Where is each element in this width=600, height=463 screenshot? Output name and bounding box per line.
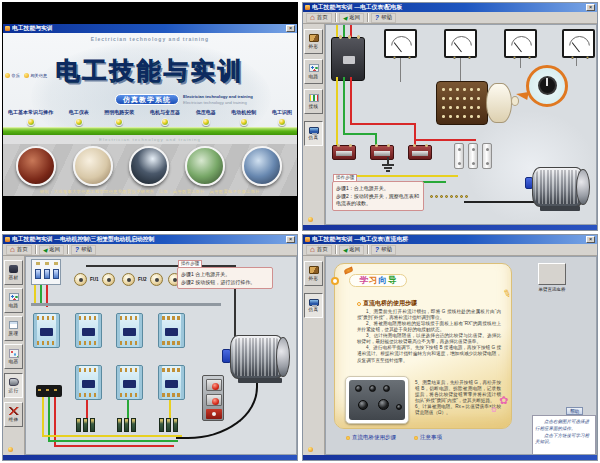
nameplate xyxy=(40,328,53,336)
close-icon[interactable]: × xyxy=(286,25,295,32)
fuse[interactable] xyxy=(150,273,163,286)
help-button[interactable]: ?帮助 xyxy=(371,245,396,255)
breaker-toggle[interactable] xyxy=(35,269,41,279)
sidebar-equipment[interactable]: 器材 xyxy=(4,260,23,285)
fuse-link[interactable] xyxy=(468,143,478,169)
screenshot-grid: 电工技能与实训 × Electrician technology and tra… xyxy=(0,0,600,463)
breaker-toggle[interactable] xyxy=(53,269,59,279)
wire xyxy=(40,285,42,305)
orb-icon[interactable] xyxy=(27,118,35,126)
breaker-toggle[interactable] xyxy=(44,269,50,279)
sidebar-appearance[interactable]: 外形 xyxy=(304,261,323,286)
magnifier-view[interactable] xyxy=(526,65,568,107)
wire xyxy=(86,400,88,418)
fuse[interactable] xyxy=(122,273,135,286)
link-usage-steps[interactable]: 直流电桥使用步骤 xyxy=(346,434,396,441)
sidebar-circuit[interactable]: 电路 xyxy=(4,288,23,313)
menu-item-motor-control[interactable]: 电动机控制 xyxy=(231,109,256,126)
music-icon[interactable] xyxy=(308,217,313,222)
close-icon[interactable]: × xyxy=(286,236,295,243)
sidebar-circuit[interactable]: 电路 xyxy=(304,59,323,84)
knob-icon xyxy=(378,399,389,410)
contactor[interactable] xyxy=(33,313,60,348)
help-button[interactable]: ?帮助 xyxy=(71,245,96,255)
home-button[interactable]: ⌂首页 xyxy=(306,245,332,255)
contactor[interactable] xyxy=(75,365,102,400)
help-tab[interactable]: 帮助 xyxy=(566,407,583,415)
tool-sidebar: 外形 电路 接线 仿真 xyxy=(303,24,325,225)
orb-icon[interactable] xyxy=(278,118,286,126)
wire xyxy=(343,133,377,135)
sidebar-appearance[interactable]: 外形 xyxy=(304,29,323,54)
switch-barrel[interactable] xyxy=(486,83,512,123)
orb-icon[interactable] xyxy=(115,118,123,126)
fuse-link[interactable] xyxy=(482,143,492,169)
menu-item-instruments[interactable]: 电工仪表 xyxy=(69,109,89,126)
help-icon: ? xyxy=(375,15,379,21)
home-button[interactable]: ⌂首页 xyxy=(6,245,32,255)
back-button[interactable]: ◀返回 xyxy=(39,245,64,255)
contactor[interactable] xyxy=(116,365,143,400)
sidebar-repair[interactable]: 维修 xyxy=(4,402,23,427)
box-icon xyxy=(309,266,319,274)
main-menu: 电工基本常识与操作 电工仪表 照明电路安装 电机与变压器 低压电器 电动机控制 … xyxy=(8,109,292,126)
music-icon[interactable] xyxy=(8,447,13,452)
close-icon[interactable]: × xyxy=(586,4,595,11)
sidebar-run[interactable]: 运行 xyxy=(4,373,23,398)
menu-item-lighting[interactable]: 照明电路安装 xyxy=(104,109,134,126)
leaf-icon xyxy=(343,267,353,275)
current-transformer xyxy=(408,145,432,160)
orb-icon[interactable] xyxy=(202,118,210,126)
fuse[interactable] xyxy=(102,273,115,286)
sidebar-principle[interactable]: 原理 xyxy=(4,316,23,341)
terminal xyxy=(586,56,589,59)
sidebar-wiring[interactable]: 接线 xyxy=(304,89,323,114)
home-button[interactable]: ⌂首页 xyxy=(306,13,332,23)
contactor[interactable] xyxy=(75,313,102,348)
transfer-switch[interactable] xyxy=(436,81,488,125)
orb-icon[interactable] xyxy=(161,118,169,126)
terminal xyxy=(349,144,352,147)
menu-item-basics[interactable]: 电工基本常识与操作 xyxy=(8,109,53,126)
menu-item-lowvoltage[interactable]: 低压电器 xyxy=(196,109,216,126)
window-title: 电工技能与实训 xyxy=(12,24,284,33)
main-title: 电工技能与实训 xyxy=(3,55,297,87)
app-icon xyxy=(5,26,10,31)
menu-item-diagrams[interactable]: 电工识图 xyxy=(272,109,292,126)
orb-icon[interactable] xyxy=(240,118,248,126)
circuit-breaker[interactable] xyxy=(331,37,365,81)
separator xyxy=(67,245,68,254)
terminal-block xyxy=(90,418,95,432)
link-precautions[interactable]: 注意事项 xyxy=(414,434,442,441)
music-icon xyxy=(5,73,10,78)
sidebar-simulation[interactable]: 仿真 xyxy=(304,293,323,318)
breaker-handle[interactable] xyxy=(343,56,355,64)
wire xyxy=(48,440,178,442)
fuse-link[interactable] xyxy=(454,143,464,169)
back-button[interactable]: ◀返回 xyxy=(339,13,364,23)
terminal xyxy=(513,56,516,59)
help-button[interactable]: ?帮助 xyxy=(371,13,396,23)
circuit-breaker[interactable] xyxy=(31,259,61,285)
wire xyxy=(34,285,36,303)
contactor[interactable] xyxy=(158,313,185,348)
toolbar: ⌂首页 ◀返回 ?帮助 xyxy=(3,244,297,256)
music-icon[interactable] xyxy=(308,447,313,452)
knife-switch[interactable] xyxy=(36,385,62,397)
orb-icon[interactable] xyxy=(75,118,83,126)
bridge-thumbnail[interactable] xyxy=(538,263,566,285)
music-button[interactable]: 音乐 xyxy=(5,73,20,78)
guide-heading: 直流电桥的使用步骤 xyxy=(357,299,417,308)
window-splash: 电工技能与实训 × Electrician technology and tra… xyxy=(2,2,298,231)
back-button[interactable]: ◀返回 xyxy=(339,245,364,255)
close-icon[interactable]: × xyxy=(586,236,595,243)
fuse[interactable] xyxy=(74,273,87,286)
menu-item-motors-transformers[interactable]: 电机与变压器 xyxy=(150,109,180,126)
sidebar-devices[interactable]: 电器 xyxy=(4,344,23,369)
home-icon: ⌂ xyxy=(10,247,15,253)
sidebar-simulation[interactable]: 仿真 xyxy=(304,121,323,146)
contactor[interactable] xyxy=(116,313,143,348)
info-button[interactable]: 相关信息 xyxy=(24,73,47,78)
rotary-switch-icon[interactable] xyxy=(538,76,557,95)
window-title: 电工技能与实训 —电工仪表\配电板 xyxy=(312,3,584,12)
